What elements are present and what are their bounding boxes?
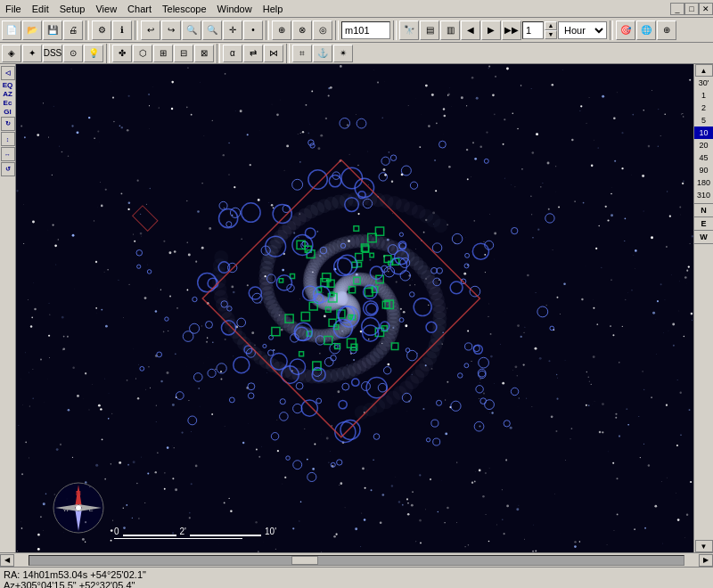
zoom-out-button[interactable]: 🔍 [202, 20, 222, 40]
gl-label[interactable]: Gl [4, 108, 11, 116]
az-label[interactable]: AZ [3, 90, 12, 98]
ec-label[interactable]: Ec [4, 99, 12, 107]
tb2-btn7[interactable]: ⬡ [133, 45, 152, 62]
open-button[interactable]: 📂 [22, 20, 42, 40]
eq-label[interactable]: EQ [3, 81, 13, 89]
back-btn[interactable]: ◁ [1, 66, 15, 80]
step-down[interactable]: ▼ [545, 30, 557, 39]
menubar: File Edit Setup View Chart Telescope Win… [0, 0, 713, 18]
zoom-scroll-up[interactable]: ▲ [695, 64, 713, 77]
menu-view[interactable]: View [90, 2, 122, 16]
track-button[interactable]: 🎯 [616, 20, 635, 40]
hscroll-right[interactable]: ▶ [699, 554, 713, 567]
info-button[interactable]: ℹ [112, 20, 132, 40]
menu-help[interactable]: Help [258, 2, 289, 16]
tb2-btn2[interactable]: ✦ [22, 45, 42, 62]
sep6 [610, 20, 613, 40]
zoom-90[interactable]: 90 [694, 164, 713, 176]
tb2-btn6[interactable]: ✤ [112, 45, 132, 62]
zoom-scroll-down[interactable]: ▼ [695, 540, 713, 552]
settings-button[interactable]: ⚙ [92, 20, 111, 40]
menu-telescope[interactable]: Telescope [157, 2, 212, 16]
print-button[interactable]: 🖨 [63, 20, 83, 40]
zoom-2[interactable]: 2 [694, 102, 713, 114]
scale-bar: 0 2' 10' [114, 527, 276, 539]
menu-setup[interactable]: Setup [54, 2, 91, 16]
tb2-btn4[interactable]: ⊙ [63, 45, 83, 62]
zoom-30[interactable]: 30' [694, 77, 713, 89]
scope-btn2[interactable]: ⊗ [292, 20, 312, 40]
object-input[interactable] [341, 21, 390, 39]
tb2-btn14[interactable]: ⌗ [292, 45, 312, 62]
sep2 [135, 20, 138, 40]
menu-chart[interactable]: Chart [122, 2, 157, 16]
time-unit-select[interactable]: Hour Minute Day [558, 21, 607, 39]
save-button[interactable]: 💾 [43, 20, 62, 40]
step-input[interactable] [522, 21, 544, 39]
hscroll-left[interactable]: ◀ [0, 554, 14, 567]
catalog-btn1[interactable]: ▤ [420, 20, 439, 40]
zoom-in-button[interactable]: 🔍 [182, 20, 201, 40]
tb2-btn13[interactable]: ⋈ [264, 45, 283, 62]
galaxy-canvas [16, 64, 693, 552]
status-line2: Az+305°04'15.5" +52°32'05.4" [4, 580, 709, 588]
tb2-btn10[interactable]: ⊠ [194, 45, 214, 62]
next-button[interactable]: ▶▶ [502, 20, 521, 40]
goto-button[interactable]: 🌐 [636, 20, 656, 40]
right-sidebar: ▲ 30' 1 2 5 10 20 45 90 180 310 N E W ▼ [693, 64, 713, 552]
tb2-btn15[interactable]: ⚓ [313, 45, 332, 62]
rotate-btn[interactable]: ↻ [1, 117, 15, 131]
zoom-20[interactable]: 20 [694, 139, 713, 151]
statusbar: RA: 14h01m53.04s +54°25'02.1" Az+305°04'… [0, 567, 713, 588]
step-up[interactable]: ▲ [545, 21, 557, 30]
zoom-10[interactable]: 10 [694, 127, 713, 139]
tb2-btn1[interactable]: ◈ [2, 45, 21, 62]
tb2-btn9[interactable]: ⊟ [174, 45, 193, 62]
menu-file[interactable]: File [0, 2, 27, 16]
maximize-button[interactable]: □ [684, 3, 699, 15]
prev-button[interactable]: ◀ [461, 20, 480, 40]
chart-area[interactable]: N E W 0 2' 10' [16, 64, 693, 552]
tb2-btn8[interactable]: ⊞ [153, 45, 173, 62]
scale-2: 2' [180, 527, 186, 536]
tb2-btn16[interactable]: ✴ [333, 45, 353, 62]
pan-button[interactable]: ✛ [223, 20, 242, 40]
sep8 [217, 44, 220, 63]
find-button[interactable]: 🔭 [399, 20, 419, 40]
mirror-btn[interactable]: ↔ [1, 147, 15, 161]
dir-e: E [701, 219, 706, 228]
tb2-btn5[interactable]: 💡 [84, 45, 103, 62]
zoom-310[interactable]: 310 [694, 189, 713, 201]
zoom-5[interactable]: 5 [694, 114, 713, 127]
play-button[interactable]: ▶ [481, 20, 501, 40]
reset-btn[interactable]: ↺ [1, 162, 15, 176]
minimize-button[interactable]: _ [670, 3, 684, 15]
close-button[interactable]: ✕ [699, 3, 713, 15]
svg-text:N: N [76, 489, 81, 497]
dir-w: W [700, 233, 708, 241]
zoom-sep4 [694, 243, 713, 244]
tb2-btn11[interactable]: α [223, 45, 242, 62]
sep9 [286, 44, 290, 63]
zoom-45[interactable]: 45 [694, 151, 713, 164]
sync-button[interactable]: ⊕ [657, 20, 676, 40]
scope-btn1[interactable]: ⊕ [272, 20, 291, 40]
redo-button[interactable]: ↪ [161, 20, 181, 40]
compass-rose: N E W [52, 481, 105, 535]
zoom-1[interactable]: 1 [694, 89, 713, 102]
dot-button[interactable]: • [243, 20, 263, 40]
dss-button[interactable]: DSS [43, 45, 62, 62]
hscroll-thumb[interactable] [291, 556, 318, 565]
new-button[interactable]: 📄 [2, 20, 21, 40]
tb2-btn12[interactable]: ⇄ [243, 45, 263, 62]
menu-edit[interactable]: Edit [27, 2, 54, 16]
sep1 [86, 20, 89, 40]
sep3 [266, 20, 269, 40]
flip-btn[interactable]: ↕ [1, 132, 15, 146]
scope-btn3[interactable]: ◎ [313, 20, 332, 40]
menu-window[interactable]: Window [212, 2, 258, 16]
undo-button[interactable]: ↩ [141, 20, 160, 40]
hscroll-track[interactable] [29, 555, 684, 566]
zoom-180[interactable]: 180 [694, 176, 713, 189]
catalog-btn2[interactable]: ▥ [440, 20, 460, 40]
